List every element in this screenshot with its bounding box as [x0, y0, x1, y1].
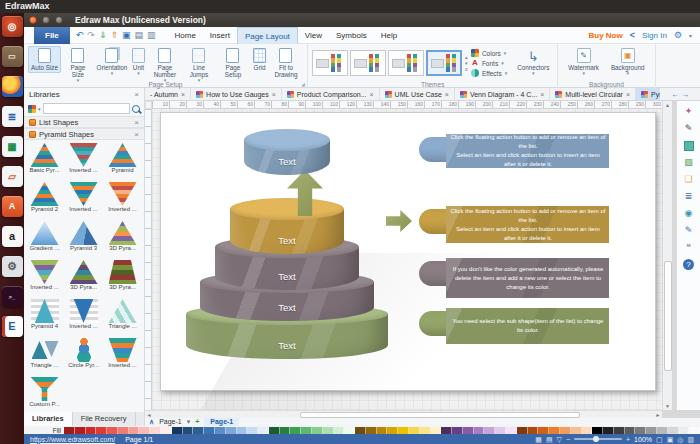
edit-note-icon[interactable]: ✎: [681, 224, 696, 237]
zoom-out-button[interactable]: −: [566, 436, 570, 443]
color-swatch[interactable]: [323, 427, 334, 434]
panel-tab[interactable]: Libraries: [24, 412, 73, 426]
ribbon-button[interactable]: Page Size ▾: [61, 46, 95, 85]
file-menu-button[interactable]: File: [34, 27, 70, 44]
library-section-header[interactable]: List Shapes ×: [24, 116, 144, 128]
color-swatch[interactable]: [474, 427, 485, 434]
help-icon[interactable]: ?: [681, 258, 696, 271]
fullscreen-icon[interactable]: ▥: [687, 436, 694, 443]
search-icon[interactable]: [132, 105, 140, 113]
export-icon[interactable]: ⇑: [110, 31, 118, 40]
menu-item[interactable]: Page Layout: [237, 27, 298, 44]
website-link[interactable]: https://www.edrawsoft.com/: [30, 436, 115, 443]
redo-icon[interactable]: ↷: [87, 31, 95, 40]
theme-scroll-up-icon[interactable]: ▴: [465, 55, 468, 60]
maximize-button[interactable]: [55, 16, 63, 24]
color-swatch[interactable]: [237, 427, 248, 434]
color-swatch[interactable]: [387, 427, 398, 434]
theme-dropdown[interactable]: A Fonts ▾: [471, 59, 507, 67]
color-swatch[interactable]: [549, 427, 560, 434]
page-selector[interactable]: Page-1: [159, 418, 182, 426]
pyramid-level[interactable]: Text: [230, 198, 344, 254]
undo-icon[interactable]: ↶: [76, 31, 84, 40]
color-swatch[interactable]: [668, 427, 679, 434]
buy-now-link[interactable]: Buy Now: [589, 31, 623, 40]
color-swatch[interactable]: [560, 427, 571, 434]
tab-scroll-left-icon[interactable]: ←: [671, 90, 679, 99]
save-icon[interactable]: ▣: [122, 31, 131, 40]
color-swatch[interactable]: [506, 427, 517, 434]
print-icon[interactable]: ▤: [134, 31, 143, 40]
chevron-down-icon[interactable]: ▾: [38, 106, 41, 112]
color-swatch[interactable]: [603, 427, 614, 434]
color-swatch[interactable]: [366, 427, 377, 434]
document-tab[interactable]: - Autumn ×: [145, 88, 191, 100]
color-swatch[interactable]: [107, 427, 118, 434]
ribbon-button[interactable]: ▣ Background ▾: [605, 46, 651, 78]
color-swatch[interactable]: [334, 427, 345, 434]
color-swatch[interactable]: [452, 427, 463, 434]
minimize-button[interactable]: [42, 16, 50, 24]
library-shape[interactable]: Basic Pyr...: [25, 142, 64, 181]
library-shape[interactable]: Triangle ...: [103, 298, 142, 337]
document-tab[interactable]: Product Comparison... ×: [282, 88, 380, 100]
layers-icon[interactable]: ▤: [546, 436, 553, 443]
zoom-in-button[interactable]: +: [626, 436, 630, 443]
tab-close-icon[interactable]: ×: [626, 91, 630, 98]
firefox-icon[interactable]: ●: [2, 76, 23, 97]
menu-item[interactable]: Symbols: [329, 27, 374, 44]
color-swatch[interactable]: [280, 427, 291, 434]
color-swatch[interactable]: [420, 427, 431, 434]
theme-scroll-down-icon[interactable]: ▾: [465, 61, 468, 66]
color-swatch[interactable]: [646, 427, 657, 434]
sign-in-link[interactable]: Sign In: [642, 31, 667, 40]
menu-item[interactable]: Home: [168, 27, 203, 44]
document-tab[interactable]: How to Use Gauges ×: [191, 88, 282, 100]
tab-scroll-right-icon[interactable]: →: [681, 90, 689, 99]
section-close-icon[interactable]: ×: [134, 118, 139, 127]
terminal-icon[interactable]: >_: [2, 286, 23, 307]
color-swatch[interactable]: [172, 427, 183, 434]
menu-item[interactable]: Insert: [203, 27, 237, 44]
color-swatch[interactable]: [409, 427, 420, 434]
color-swatch[interactable]: [495, 427, 506, 434]
import-icon[interactable]: ⇓: [99, 31, 107, 40]
theme-thumbnail[interactable]: [426, 50, 462, 76]
dialog-launcher-icon[interactable]: ◢: [301, 81, 305, 87]
document-tab[interactable]: Multi-level Circular ×: [550, 88, 636, 100]
library-shape[interactable]: 3D Pyra...: [103, 259, 142, 298]
pages-icon[interactable]: ❏: [681, 173, 696, 186]
magnifier-icon[interactable]: ◎: [677, 436, 683, 443]
ribbon-button[interactable]: Orientation ▾: [95, 46, 129, 78]
library-shape[interactable]: 3D Pyra...: [64, 259, 103, 298]
libreoffice-calc-icon[interactable]: ▦: [2, 136, 23, 157]
software-center-icon[interactable]: A: [2, 196, 23, 217]
window-titlebar[interactable]: Edraw Max (Unlicensed Version): [24, 13, 700, 27]
scroll-down-icon[interactable]: ▼: [663, 402, 672, 410]
ribbon-button[interactable]: Line Jumps ▾: [182, 46, 216, 85]
library-shape[interactable]: Pyramid 2: [25, 181, 64, 220]
color-swatch[interactable]: [301, 427, 312, 434]
theme-dropdown[interactable]: Colors ▾: [471, 49, 507, 57]
tab-close-icon[interactable]: ×: [370, 91, 374, 98]
fit-page-icon[interactable]: ▢: [656, 436, 663, 443]
libreoffice-impress-icon[interactable]: ▱: [2, 166, 23, 187]
color-swatch[interactable]: [625, 427, 636, 434]
library-shape[interactable]: Pyramid: [103, 142, 142, 181]
vertical-scrollbar[interactable]: ▲ ▼: [662, 101, 672, 410]
menu-item[interactable]: View: [298, 27, 329, 44]
scroll-left-icon[interactable]: ◄: [145, 412, 153, 418]
ribbon-button[interactable]: ✎ Watermark ▾: [562, 46, 605, 78]
color-swatch[interactable]: [129, 427, 140, 434]
library-shape[interactable]: Inverted ...: [25, 259, 64, 298]
menu-item[interactable]: Help: [374, 27, 404, 44]
collapse-panel-icon[interactable]: ∧: [149, 418, 154, 426]
color-swatch[interactable]: [258, 427, 269, 434]
pan-mode-icon[interactable]: ▦: [535, 436, 542, 443]
color-swatch[interactable]: [247, 427, 258, 434]
ribbon-button[interactable]: Auto Size: [28, 46, 61, 73]
connectors-button[interactable]: ↳ Connectors ▾: [513, 50, 553, 76]
color-swatch[interactable]: [86, 427, 97, 434]
page-tab[interactable]: Page-1: [204, 418, 239, 426]
list-item-shape[interactable]: Click the floating action button to add …: [419, 206, 609, 243]
